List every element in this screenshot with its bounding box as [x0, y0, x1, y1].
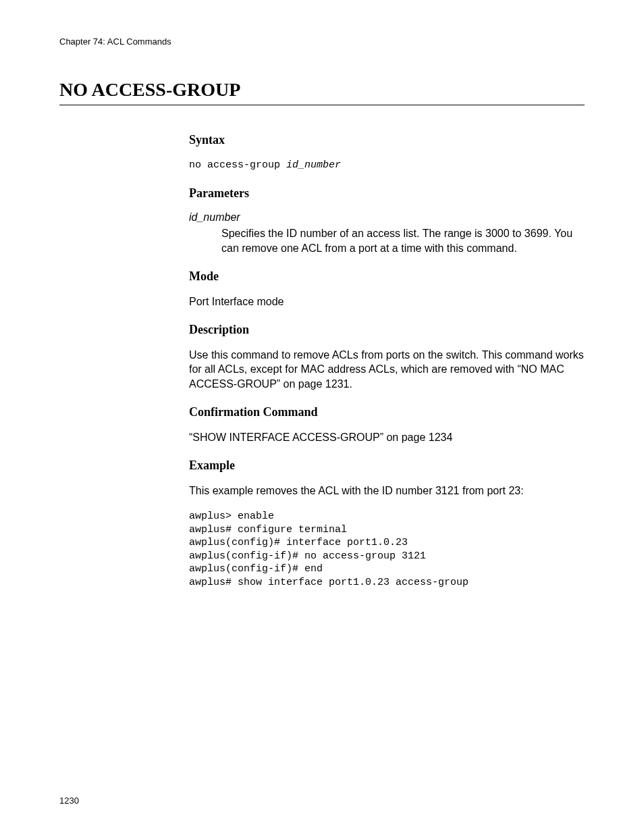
- parameters-heading: Parameters: [189, 186, 585, 201]
- syntax-heading: Syntax: [189, 132, 585, 148]
- syntax-command-prefix: no access-group: [189, 159, 286, 171]
- confirmation-heading: Confirmation Command: [189, 405, 585, 420]
- mode-text: Port Interface mode: [189, 294, 585, 309]
- parameter-description: Specifies the ID number of an access lis…: [221, 226, 585, 255]
- mode-heading: Mode: [189, 269, 585, 284]
- example-heading: Example: [189, 458, 585, 473]
- chapter-header: Chapter 74: ACL Commands: [59, 36, 585, 47]
- example-intro: This example removes the ACL with the ID…: [189, 484, 585, 498]
- page-number: 1230: [59, 796, 79, 806]
- description-heading: Description: [189, 322, 585, 338]
- page-title: NO ACCESS-GROUP: [59, 79, 585, 105]
- description-text: Use this command to remove ACLs from por…: [189, 348, 585, 392]
- syntax-command: no access-group id_number: [189, 157, 585, 172]
- confirmation-text: “SHOW INTERFACE ACCESS-GROUP” on page 12…: [189, 430, 585, 445]
- parameter-name: id_number: [189, 211, 585, 225]
- syntax-command-arg: id_number: [286, 159, 341, 171]
- example-code: awplus> enable awplus# configure termina…: [189, 510, 585, 589]
